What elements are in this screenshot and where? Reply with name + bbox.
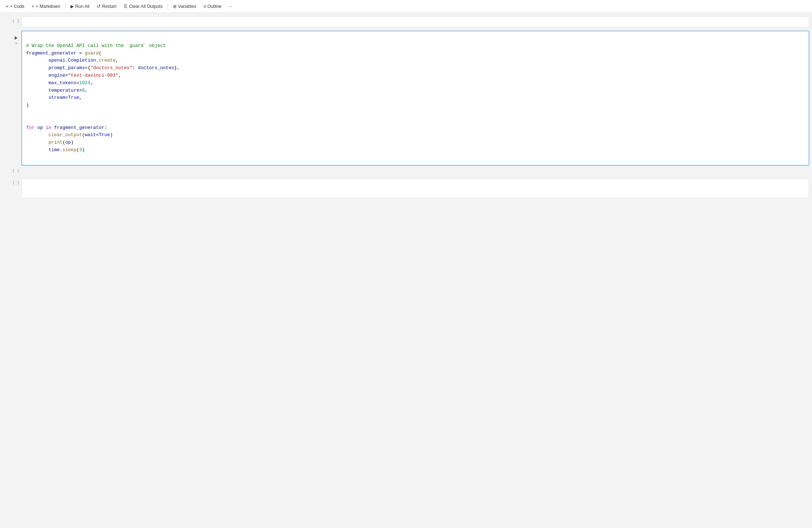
play-icon: [15, 36, 18, 40]
outline-button[interactable]: ≡ Outline: [200, 3, 224, 10]
run-all-label: Run All: [75, 4, 90, 9]
toolbar-separator-1: [65, 3, 66, 10]
notebook-toolbar: + + Code + + Markdown ▶ Run All ↺ Restar…: [0, 0, 812, 13]
restart-button[interactable]: ↺ Restart: [94, 3, 119, 10]
cell-main-bottom-bracket: [ ]: [12, 168, 19, 173]
variables-icon: ⊞: [173, 4, 177, 9]
restart-icon: ↺: [97, 4, 101, 9]
cell-run-button[interactable]: [13, 35, 19, 41]
add-code-label: + Code: [10, 4, 25, 9]
notebook-empty-area: [0, 200, 812, 486]
cell-top-gutter: [ ]: [0, 15, 21, 29]
run-all-button[interactable]: ▶ Run All: [68, 3, 92, 10]
restart-label: Restart: [102, 4, 116, 9]
cell-bottom-container: [ ]: [0, 177, 812, 200]
cell-main-container: ∨ # Wrap the OpenAI API call with the `g…: [0, 29, 812, 167]
code-editor[interactable]: # Wrap the OpenAI API call with the `gua…: [22, 31, 809, 165]
more-label: ···: [229, 4, 232, 9]
plus-markdown-icon: +: [32, 4, 34, 9]
outline-label: Outline: [207, 4, 222, 9]
comment-line: # Wrap the OpenAI API call with the `gua…: [26, 43, 166, 48]
cell-bottom-gutter: [ ]: [0, 177, 21, 200]
add-code-button[interactable]: + + Code: [3, 3, 27, 10]
cell-bottom-bracket: [ ]: [12, 180, 19, 185]
run-all-icon: ▶: [71, 4, 74, 9]
clear-all-outputs-button[interactable]: ☰ Clear All Outputs: [121, 3, 165, 10]
cell-main-content[interactable]: # Wrap the OpenAI API call with the `gua…: [21, 31, 809, 165]
add-markdown-label: + Markdown: [36, 4, 60, 9]
cell-main-bottom-space: [21, 167, 809, 176]
variables-label: Variables: [178, 4, 196, 9]
cell-main-bottom-bracket-container: [ ]: [0, 167, 812, 176]
outline-icon: ≡: [203, 4, 206, 9]
cell-bottom-content[interactable]: [21, 179, 809, 198]
cell-main-gutter: ∨: [0, 29, 21, 167]
add-markdown-button[interactable]: + + Markdown: [29, 3, 63, 10]
cell-top-container: [ ]: [0, 15, 812, 29]
clear-all-outputs-label: Clear All Outputs: [129, 4, 163, 9]
toolbar-separator-2: [168, 3, 168, 10]
cell-top-bracket: [ ]: [12, 19, 19, 23]
plus-code-icon: +: [6, 4, 9, 9]
chevron-down-icon: ∨: [15, 42, 17, 45]
cell-main-bottom-gutter: [ ]: [0, 167, 21, 176]
more-button[interactable]: ···: [226, 3, 235, 10]
notebook-area: [ ] ∨ # Wrap the OpenAI API call with th…: [0, 13, 812, 528]
clear-icon: ☰: [124, 4, 127, 9]
variables-button[interactable]: ⊞ Variables: [170, 3, 199, 10]
cell-top-content[interactable]: [21, 16, 809, 27]
